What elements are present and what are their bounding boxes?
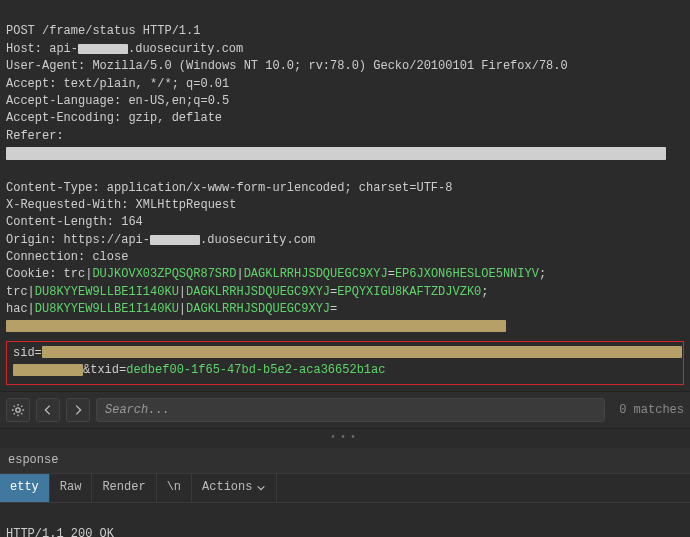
tab-newline-toggle[interactable]: \n xyxy=(157,474,192,501)
x-requested-with-header: X-Requested-With: XMLHttpRequest xyxy=(6,198,236,212)
request-headers: POST /frame/status HTTP/1.1 Host: api-.d… xyxy=(0,0,690,337)
content-type-header: Content-Type: application/x-www-form-url… xyxy=(6,181,452,195)
response-status-line: HTTP/1.1 200 OK xyxy=(6,527,114,537)
cookie-header: Cookie: trc|DUJKOVX03ZPQSQR87SRD|DAGKLRR… xyxy=(6,267,546,316)
origin-header: Origin: https://api-.duosecurity.com xyxy=(6,233,315,247)
accept-encoding-header: Accept-Encoding: gzip, deflate xyxy=(6,111,222,125)
settings-gear-icon[interactable] xyxy=(6,398,30,422)
host-header: Host: api-.duosecurity.com xyxy=(6,42,243,56)
connection-header: Connection: close xyxy=(6,250,128,264)
request-pane: POST /frame/status HTTP/1.1 Host: api-.d… xyxy=(0,0,690,385)
svg-point-0 xyxy=(16,408,20,412)
forward-arrow-icon[interactable] xyxy=(66,398,90,422)
tab-raw[interactable]: Raw xyxy=(50,474,93,501)
referer-header: Referer: xyxy=(6,129,64,143)
request-line: POST /frame/status HTTP/1.1 xyxy=(6,24,200,38)
pane-splitter[interactable]: ••• xyxy=(0,429,690,448)
actions-menu[interactable]: Actions xyxy=(192,474,277,501)
back-arrow-icon[interactable] xyxy=(36,398,60,422)
response-section-label: esponse xyxy=(0,448,690,473)
search-input[interactable]: Search... xyxy=(96,398,605,422)
tab-render[interactable]: Render xyxy=(92,474,156,501)
txid-param-value: dedbef00-1f65-47bd-b5e2-aca36652b1ac xyxy=(126,363,385,377)
txid-param-label: &txid= xyxy=(83,363,126,377)
content-length-header: Content-Length: 164 xyxy=(6,215,143,229)
response-tabs: etty Raw Render \n Actions xyxy=(0,473,690,502)
response-headers: HTTP/1.1 200 OK Server: Duo/1.0 Date: Fr… xyxy=(0,503,690,537)
user-agent-header: User-Agent: Mozilla/5.0 (Windows NT 10.0… xyxy=(6,59,568,73)
accept-language-header: Accept-Language: en-US,en;q=0.5 xyxy=(6,94,229,108)
search-match-count: 0 matches xyxy=(619,402,684,419)
accept-header: Accept: text/plain, */*; q=0.01 xyxy=(6,77,229,91)
search-toolbar: Search... 0 matches xyxy=(0,391,690,429)
sid-param: sid= xyxy=(13,346,42,360)
response-pane: HTTP/1.1 200 OK Server: Duo/1.0 Date: Fr… xyxy=(0,503,690,537)
tab-pretty[interactable]: etty xyxy=(0,474,50,501)
request-body-highlight: sid= &txid=dedbef00-1f65-47bd-b5e2-aca36… xyxy=(6,341,684,386)
chevron-down-icon xyxy=(256,483,266,493)
